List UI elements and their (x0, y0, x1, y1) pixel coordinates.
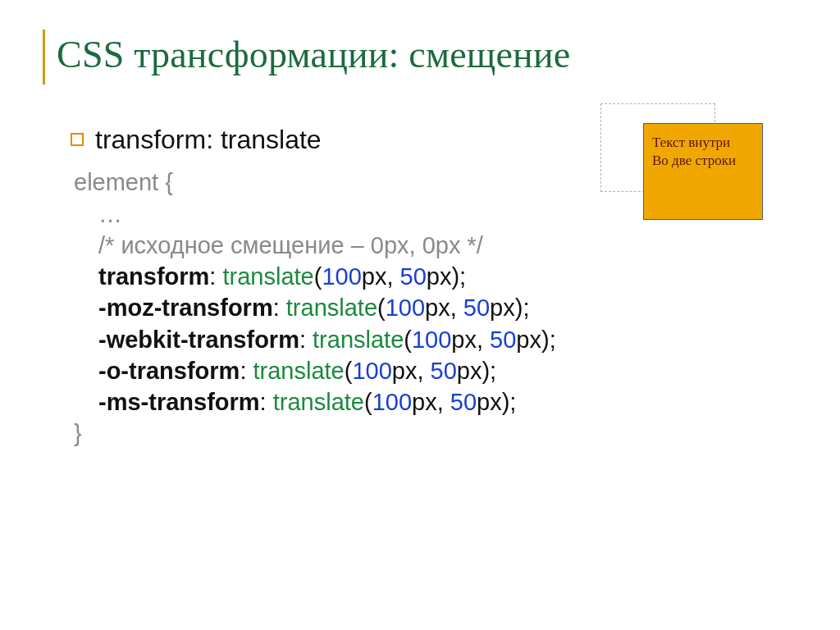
code-val: 50 (450, 389, 477, 415)
code-prop: -o-transform (98, 358, 240, 384)
code-val: 100 (372, 389, 412, 415)
code-val: 50 (400, 263, 427, 290)
code-prop: -webkit-transform (98, 326, 299, 353)
demo-text-line: Во две строки (652, 152, 754, 170)
code-close: } (74, 418, 797, 449)
code-prop: -moz-transform (98, 294, 273, 321)
code-rule: -webkit-transform: translate(100px, 50px… (74, 324, 797, 355)
code-func: translate (273, 389, 364, 415)
code-func: translate (222, 263, 313, 290)
code-prop: -ms-transform (98, 389, 260, 415)
code-rule: -ms-transform: translate(100px, 50px); (74, 386, 797, 418)
code-func: translate (286, 294, 377, 321)
code-comment: /* исходное смещение – 0px, 0px */ (74, 230, 797, 261)
code-func: translate (313, 326, 404, 353)
code-val: 100 (352, 358, 391, 384)
code-val: 50 (431, 358, 457, 384)
code-rule: transform: translate(100px, 50px); (74, 261, 797, 292)
demo-text-line: Текст внутри (652, 134, 754, 152)
code-val: 100 (322, 263, 361, 290)
code-rule: -o-transform: translate(100px, 50px); (74, 355, 797, 386)
code-rule: -moz-transform: translate(100px, 50px); (74, 292, 797, 323)
title-container: CSS трансформации: смещение (43, 30, 797, 84)
code-val: 50 (463, 294, 490, 321)
bullet-icon (71, 133, 84, 146)
slide: CSS трансформации: смещение transform: t… (0, 0, 840, 630)
translate-demo: Текст внутри Во две строки (600, 103, 781, 226)
code-val: 100 (412, 326, 451, 353)
translated-box: Текст внутри Во две строки (643, 123, 763, 220)
code-func: translate (253, 358, 345, 384)
code-val: 50 (490, 326, 516, 353)
code-prop: transform (98, 263, 209, 290)
bullet-text: transform: translate (95, 122, 322, 157)
code-val: 100 (386, 294, 425, 321)
slide-title: CSS трансформации: смещение (57, 33, 797, 76)
